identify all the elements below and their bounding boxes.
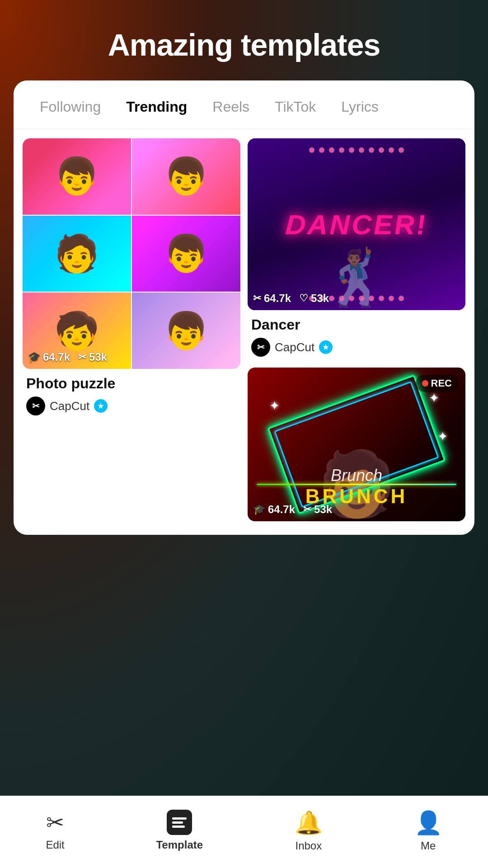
dancer-stat-heart: ♡ 53k [299,292,329,305]
sparkle-1: ✦ [269,398,280,413]
template-line-1 [172,817,187,820]
nav-me-label: Me [421,840,436,852]
template-line-2 [172,821,183,824]
capcut-logo-2: ✂ [251,338,270,357]
tab-reels[interactable]: Reels [200,94,262,120]
card-photo-puzzle-author: ✂ CapCut ★ [26,396,237,415]
puzzle-cell-2: 👦 [132,138,240,215]
sparkle-3: ✦ [437,429,448,444]
nav-template-label: Template [156,839,203,851]
puzzle-cell-6: 👦 [132,292,240,369]
card-brunch-stats: 🎓 64.7k ✂ 53k [253,503,332,516]
puzzle-cell-3: 🧑 [23,216,131,292]
verified-badge-2: ★ [319,340,333,354]
page-title: Amazing templates [0,0,488,80]
puzzle-cell-1: 👦 [23,138,131,215]
tab-following[interactable]: Following [27,94,113,120]
verified-badge-1: ★ [94,399,108,413]
card-photo-puzzle-image: 👦 👦 🧑 👦 🧒 👦 🎓 64.7k ✂ 53k [23,138,240,369]
nav-edit-label: Edit [46,839,64,851]
nav-template[interactable]: Template [142,805,216,856]
tab-lyrics[interactable]: Lyrics [328,94,391,120]
rec-dot [422,380,428,387]
save-icon: 🎓 [28,351,40,363]
card-photo-puzzle[interactable]: 👦 👦 🧑 👦 🧒 👦 🎓 64.7k ✂ 53k [23,138,240,521]
template-lines [172,817,187,828]
nav-inbox[interactable]: 🔔 Inbox [281,805,336,857]
stat-saves: 🎓 64.7k [28,351,70,363]
nav-inbox-label: Inbox [295,840,322,852]
card-dancer-image: 🕺 DANCER! [248,138,465,310]
tab-tiktok[interactable]: TikTok [262,94,328,120]
puzzle-cell-4: 👦 [132,216,240,292]
card-dancer[interactable]: 🕺 DANCER! [248,138,465,360]
bell-icon: 🔔 [295,810,323,836]
card-brunch[interactable]: 🧑 Brunch BRUNCH [248,368,465,521]
card-dancer-title: Dancer [251,316,462,333]
bottom-nav: ✂ Edit Template 🔔 Inbox 👤 Me [0,796,488,868]
dancer-dots-top [257,147,456,153]
brunch-text: Brunch BRUNCH [248,466,465,508]
card-dancer-info: Dancer ✂ CapCut ★ [248,310,465,360]
stat-likes: ✂ 53k [78,351,107,363]
card-dancer-stats: ✂ 64.7k ♡ 53k [253,292,329,305]
sparkle-2: ✦ [429,391,439,406]
rec-badge: REC [416,375,458,392]
template-line-3 [172,826,185,828]
dancer-stat-scissors: ✂ 64.7k [253,292,291,305]
scissors-stat-icon: ✂ [78,351,86,363]
card-photo-puzzle-title: Photo puzzle [26,375,237,392]
nav-edit[interactable]: ✂ Edit [32,805,78,856]
tab-trending[interactable]: Trending [113,94,200,120]
brunch-stat-save: 🎓 64.7k [253,503,295,516]
scissors-icon: ✂ [46,810,64,835]
dancer-text: DANCER! [285,208,429,241]
template-icon [167,810,192,835]
card-dancer-author: ✂ CapCut ★ [251,338,462,357]
main-card: Following Trending Reels TikTok Lyrics 👦… [14,80,474,535]
nav-me[interactable]: 👤 Me [401,805,456,857]
brunch-stat-scissors: ✂ 53k [303,503,332,516]
author-name-2: CapCut [275,340,314,354]
card-photo-puzzle-info: Photo puzzle ✂ CapCut ★ [23,369,240,419]
person-icon: 👤 [414,810,442,836]
capcut-logo-1: ✂ [26,396,45,415]
author-name-1: CapCut [50,399,89,413]
card-photo-puzzle-stats: 🎓 64.7k ✂ 53k [28,351,107,363]
tabs-bar: Following Trending Reels TikTok Lyrics [14,80,474,129]
template-grid: 👦 👦 🧑 👦 🧒 👦 🎓 64.7k ✂ 53k [14,129,474,521]
card-brunch-image: 🧑 Brunch BRUNCH [248,368,465,521]
